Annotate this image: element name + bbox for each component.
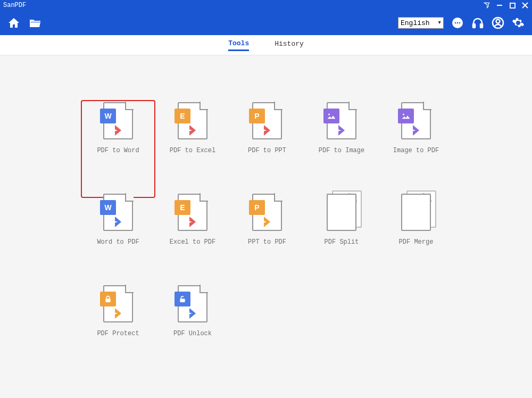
tool-pdf-split[interactable]: PDF Split bbox=[304, 194, 379, 285]
tool-label: PDF to Word bbox=[97, 147, 139, 154]
settings-icon[interactable] bbox=[512, 16, 525, 29]
svg-rect-8 bbox=[473, 24, 475, 28]
image-to-pdf-icon bbox=[401, 102, 431, 139]
svg-point-12 bbox=[328, 114, 330, 115]
svg-point-11 bbox=[496, 20, 500, 23]
tab-tools[interactable]: Tools bbox=[228, 39, 249, 51]
home-icon[interactable] bbox=[7, 16, 20, 29]
pdf-to-ppt-icon: P bbox=[252, 102, 282, 139]
word-to-pdf-icon: W bbox=[103, 194, 133, 231]
pdf-unlock-icon bbox=[178, 285, 207, 322]
pdf-split-icon bbox=[327, 194, 356, 231]
theme-icon[interactable] bbox=[483, 2, 491, 9]
pdf-protect-icon bbox=[103, 285, 133, 322]
close-icon[interactable] bbox=[521, 2, 529, 9]
tool-label: PPT to PDF bbox=[248, 238, 286, 246]
pdf-to-excel-icon: E bbox=[178, 102, 207, 139]
tool-excel-to-pdf[interactable]: E Excel to PDF bbox=[155, 194, 230, 285]
tool-label: PDF Protect bbox=[97, 330, 139, 337]
svg-point-5 bbox=[455, 22, 456, 24]
tool-pdf-to-image[interactable]: PDF to Image bbox=[304, 102, 379, 194]
tools-grid: W PDF to Word E PDF to Excel P PDF to PP… bbox=[81, 102, 532, 377]
tool-label: PDF Unlock bbox=[173, 330, 212, 337]
ppt-to-pdf-icon: P bbox=[252, 194, 282, 231]
open-folder-icon[interactable] bbox=[29, 16, 41, 29]
toolbar: English ▼ bbox=[0, 11, 532, 35]
tool-ppt-to-pdf[interactable]: P PPT to PDF bbox=[230, 194, 304, 285]
titlebar: SanPDF bbox=[0, 0, 532, 11]
main-area: W PDF to Word E PDF to Excel P PDF to PP… bbox=[0, 55, 532, 398]
tool-pdf-protect[interactable]: PDF Protect bbox=[81, 285, 155, 377]
tool-label: Image to PDF bbox=[393, 147, 439, 154]
tool-word-to-pdf[interactable]: W Word to PDF bbox=[81, 194, 155, 285]
svg-point-7 bbox=[459, 22, 461, 24]
tool-pdf-to-excel[interactable]: E PDF to Excel bbox=[155, 102, 230, 194]
tool-label: Excel to PDF bbox=[170, 238, 215, 246]
svg-point-13 bbox=[403, 114, 404, 115]
tool-label: PDF to PPT bbox=[248, 147, 286, 154]
pdf-merge-icon bbox=[401, 194, 431, 231]
tool-label: PDF to Image bbox=[319, 147, 364, 154]
tool-pdf-to-word[interactable]: W PDF to Word bbox=[81, 100, 155, 198]
minimize-icon[interactable] bbox=[496, 2, 503, 9]
svg-rect-15 bbox=[105, 298, 110, 302]
pdf-to-image-icon bbox=[327, 102, 356, 139]
tool-label: PDF Merge bbox=[399, 238, 434, 246]
tab-bar: Tools History bbox=[0, 35, 532, 55]
tab-history[interactable]: History bbox=[275, 40, 304, 50]
tool-pdf-merge[interactable]: PDF Merge bbox=[379, 194, 453, 285]
app-title: SanPDF bbox=[3, 2, 26, 9]
maximize-icon[interactable] bbox=[509, 2, 516, 9]
tool-label: PDF to Excel bbox=[170, 147, 215, 154]
language-value: English bbox=[401, 19, 430, 27]
pdf-to-word-icon: W bbox=[103, 102, 133, 139]
tool-image-to-pdf[interactable]: Image to PDF bbox=[379, 102, 453, 194]
tool-pdf-unlock[interactable]: PDF Unlock bbox=[155, 285, 230, 377]
excel-to-pdf-icon: E bbox=[178, 194, 207, 231]
language-select[interactable]: English ▼ bbox=[398, 17, 444, 29]
svg-rect-16 bbox=[180, 298, 185, 302]
tool-label: Word to PDF bbox=[97, 238, 139, 246]
tool-label: PDF Split bbox=[325, 238, 359, 246]
headset-icon[interactable] bbox=[471, 16, 484, 29]
chat-icon[interactable] bbox=[451, 16, 464, 29]
svg-rect-9 bbox=[480, 24, 483, 28]
chevron-down-icon: ▼ bbox=[438, 20, 441, 26]
account-icon[interactable] bbox=[492, 16, 504, 29]
svg-rect-1 bbox=[510, 3, 514, 7]
tool-pdf-to-ppt[interactable]: P PDF to PPT bbox=[230, 102, 304, 194]
svg-point-6 bbox=[457, 22, 459, 24]
